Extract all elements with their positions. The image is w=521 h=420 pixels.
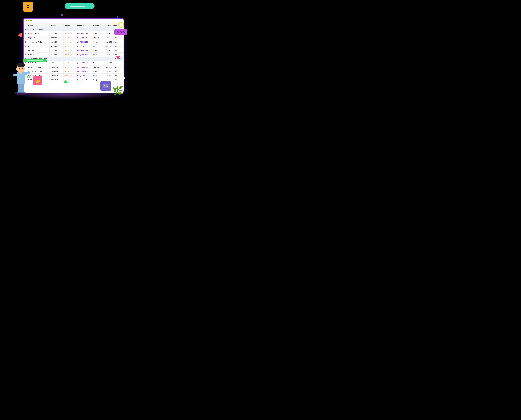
cell-phone: (708)813-8989 xyxy=(76,74,92,78)
cell-company: Google xyxy=(92,31,105,36)
star-cell: ★ xyxy=(68,62,69,64)
green-bar-decoration xyxy=(23,59,47,62)
cell-phone: (504)879-7913 xyxy=(76,36,92,40)
cell-rating: ★★★★★ xyxy=(64,36,76,40)
table-row[interactable]: 3 Gotham City Parks Brand Id ★★★★★ (504)… xyxy=(23,40,124,44)
phone-link[interactable]: (504)879-7913 xyxy=(77,37,88,39)
cell-phone: (504)896-6903 xyxy=(76,69,92,74)
th-rating[interactable]: Rating ▼ xyxy=(64,23,76,28)
svg-rect-9 xyxy=(13,74,18,76)
window-close-dot[interactable] xyxy=(25,20,27,21)
select-all-checkbox[interactable] xyxy=(24,24,26,26)
star-cell: ★ xyxy=(71,33,73,34)
cell-phone: (504)896-7973 xyxy=(76,48,92,53)
diamond-decoration-2 xyxy=(117,16,119,18)
table-header-row: Name ▼ Category ▼ Rating ▼ Phone xyxy=(23,23,124,28)
window-maximize-dot[interactable] xyxy=(30,20,32,21)
star-cell: ★ xyxy=(68,45,69,47)
sort-arrow-rating[interactable]: ▼ xyxy=(70,24,72,26)
star-cell: ★ xyxy=(69,50,71,51)
table-row[interactable]: 6 New Door Brand Id ★★★★★ (504)338-2573 … xyxy=(23,53,124,57)
sort-arrow-phone[interactable]: ▼ xyxy=(83,24,84,26)
table-row[interactable]: 2 EngineerU Brand Id ★★★★★ (504)879-7913… xyxy=(23,36,124,40)
th-phone[interactable]: Phone ▼ xyxy=(76,23,92,28)
cell-phone: (708)813-8989 xyxy=(76,44,92,48)
circle-outline-decoration xyxy=(120,76,125,81)
star-cell: ★ xyxy=(68,66,69,68)
star-cell: ★ xyxy=(69,37,71,39)
phone-link[interactable]: (504)896-6913 xyxy=(77,41,88,43)
phone-link[interactable]: (504)896-7913 xyxy=(77,79,88,81)
cell-category: Ind Design xyxy=(50,74,64,78)
table-row[interactable]: 5 Flapper Brand Id ★★★★★ (504)896-7973 G… xyxy=(23,48,124,53)
cell-category: Ind Design xyxy=(50,69,64,74)
cell-phone: (504)338-2573 xyxy=(76,53,92,57)
star-cell: ★ xyxy=(68,33,69,34)
cell-category: Brand Id xyxy=(50,44,64,48)
cell-created: Jul 31,2:46 pm xyxy=(105,65,123,69)
phone-link[interactable]: (708)813-8989 xyxy=(77,45,88,47)
window-minimize-dot[interactable] xyxy=(28,20,30,21)
sort-arrow-name[interactable]: ▼ xyxy=(34,24,35,26)
star-cell: ★ xyxy=(68,75,69,76)
star-cell: ★ xyxy=(68,70,69,72)
star-icon-2: ✳ xyxy=(120,30,122,34)
phone-link[interactable]: (504)338-2573 xyxy=(77,54,88,56)
phone-link[interactable]: (504)896-7973 xyxy=(77,50,88,51)
phone-link[interactable]: (708)813-8989 xyxy=(77,75,88,76)
star-icon-1: ✳ xyxy=(117,30,119,34)
star-cell: ★ xyxy=(66,54,68,56)
svg-point-13 xyxy=(19,68,20,69)
group-name: Category: Brand Id xyxy=(30,29,45,30)
th-company[interactable]: Comany ▼ xyxy=(92,23,105,28)
phone-link[interactable]: (503)338-3593 xyxy=(77,62,88,64)
row-number: 3 xyxy=(23,40,27,44)
triangle-green-decoration xyxy=(63,80,68,83)
star-cell: ★ xyxy=(69,41,71,43)
table-row[interactable]: 4 CMCA Brand Id ★★★★★ (708)813-8989 Flip… xyxy=(23,44,124,48)
star-cell: ★ xyxy=(71,62,73,64)
star-cell: ★ xyxy=(66,70,68,72)
sort-arrow-company[interactable]: ▼ xyxy=(100,24,102,26)
cell-company: Google xyxy=(92,61,105,65)
cell-category: Brand Id xyxy=(50,48,64,53)
sort-arrow-category[interactable]: ▼ xyxy=(58,24,60,26)
star-cell: ★ xyxy=(65,70,66,72)
cell-company: Flipkart xyxy=(92,44,105,48)
th-category[interactable]: Category ▼ xyxy=(50,23,64,28)
cell-rating: ★★★★★ xyxy=(64,44,76,48)
star-cell: ★ xyxy=(66,75,68,76)
rating-stars: ★★★★★ xyxy=(65,41,73,43)
table-row[interactable]: 1 Coffee packaing Brand Id ★★★★★ (503)33… xyxy=(23,31,124,36)
table-row[interactable]: 3 443 Huntington brand Ind Design ★★★★★ … xyxy=(23,69,124,74)
svg-rect-0 xyxy=(103,84,108,88)
th-name[interactable]: Name ▼ xyxy=(27,23,50,28)
star-cell: ★ xyxy=(69,54,71,56)
cell-created: Jul 15,3:42 pm xyxy=(105,40,123,44)
star-cell: ★ xyxy=(66,41,68,43)
star-cell: ★ xyxy=(65,41,66,43)
cell-phone: (504)896-6979 xyxy=(76,65,92,69)
folder-icon xyxy=(28,29,30,30)
cell-name: Premier Utillity Bike xyxy=(27,65,50,69)
phone-link[interactable]: (504)896-6979 xyxy=(77,66,88,68)
svg-point-1 xyxy=(104,85,105,86)
row-number: 5 xyxy=(23,48,27,53)
thumbs-up-icon: 👍 xyxy=(33,76,42,85)
phone-link[interactable]: (503)338-2573 xyxy=(77,33,88,34)
table-row[interactable]: 2 Premier Utillity Bike Ind Design ★★★★★… xyxy=(23,65,124,69)
phone-link[interactable]: (504)896-6903 xyxy=(77,70,88,72)
th-checkbox[interactable] xyxy=(23,23,27,28)
gear-icon: ⚙ xyxy=(23,2,33,12)
star-cell: ★ xyxy=(71,79,73,81)
rating-stars: ★★★★★ xyxy=(65,70,73,72)
cell-category: Brand Id xyxy=(50,36,64,40)
star-cell: ★ xyxy=(66,62,68,64)
star-cell: ★ xyxy=(65,50,66,51)
star-cell: ★ xyxy=(65,37,66,39)
group-header-row: ▼ Category: Brand Id 6 Records xyxy=(23,28,124,31)
plant-decoration: 🌿 xyxy=(112,85,123,96)
cell-company: Amazon xyxy=(92,65,105,69)
rating-stars: ★★★★★ xyxy=(65,75,73,76)
chevron-icon[interactable]: ▼ xyxy=(25,29,26,30)
